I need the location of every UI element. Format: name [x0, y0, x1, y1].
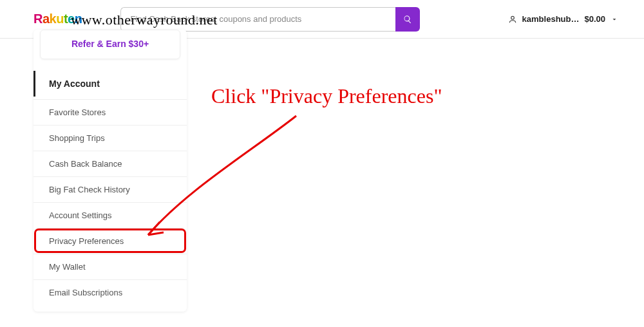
sidebar-item-email-subscriptions[interactable]: Email Subscriptions	[33, 279, 187, 305]
watermark-text: www.otherwayround.net	[71, 12, 218, 28]
sidebar-item-shopping-trips[interactable]: Shopping Trips	[33, 125, 187, 151]
sidebar-section-my-account[interactable]: My Account	[33, 71, 187, 97]
account-sidebar: Refer & Earn $30+ My Account Favorite St…	[33, 30, 187, 312]
svg-point-0	[511, 16, 514, 19]
refer-earn-link[interactable]: Refer & Earn $30+	[71, 39, 149, 49]
sidebar-item-cash-back-balance[interactable]: Cash Back Balance	[33, 151, 187, 176]
user-icon	[508, 15, 517, 24]
chevron-down-icon	[611, 15, 618, 23]
user-menu[interactable]: kambleshub… $0.00	[508, 14, 618, 24]
annotation-callout: Click "Privacy Preferences"	[211, 84, 442, 108]
sidebar-item-privacy-preferences[interactable]: Privacy Preferences	[33, 228, 187, 254]
refer-earn-card[interactable]: Refer & Earn $30+	[40, 30, 180, 59]
search-icon	[403, 15, 412, 24]
sidebar-item-my-wallet[interactable]: My Wallet	[33, 254, 187, 279]
sidebar-nav: My Account Favorite Stores Shopping Trip…	[33, 71, 187, 305]
sidebar-item-big-fat-check-history[interactable]: Big Fat Check History	[33, 176, 187, 202]
sidebar-item-account-settings[interactable]: Account Settings	[33, 202, 187, 228]
search-button[interactable]	[395, 7, 420, 32]
balance-label: $0.00	[584, 14, 605, 24]
sidebar-item-favorite-stores[interactable]: Favorite Stores	[33, 99, 187, 125]
username-label: kambleshub…	[522, 14, 580, 24]
